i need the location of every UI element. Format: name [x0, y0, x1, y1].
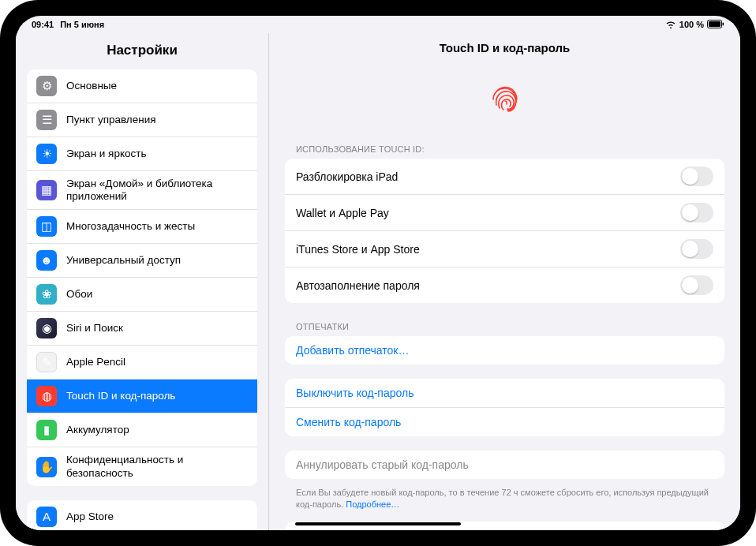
add-fingerprint-label: Добавить отпечаток… — [296, 344, 713, 357]
sidebar-item-label: Экран «Домой» и библиотека приложений — [66, 178, 248, 203]
sidebar-item-multitask[interactable]: ◫Многозадачность и жесты — [27, 210, 257, 244]
usage-toggle-label: iTunes Store и App Store — [296, 243, 680, 256]
turn-off-passcode-label: Выключить код-пароль — [296, 387, 713, 399]
sidebar-item-label: Touch ID и код-пароль — [66, 390, 248, 402]
svg-rect-2 — [723, 22, 724, 25]
multitask-icon: ◫ — [36, 216, 57, 237]
settings-sidebar: Настройки ⚙Основные☰Пункт управления☀Экр… — [16, 33, 268, 530]
toggle-switch[interactable] — [680, 275, 713, 295]
privacy-icon: ✋ — [36, 457, 57, 477]
sidebar-item-home-grid[interactable]: ▦Экран «Домой» и библиотека приложений — [27, 171, 257, 210]
ipad-frame: 09:41 Пн 5 июня 100 % Настройки ⚙Основны… — [0, 0, 756, 546]
sidebar-item-battery[interactable]: ▮Аккумулятор — [27, 413, 257, 447]
screen: 09:41 Пн 5 июня 100 % Настройки ⚙Основны… — [16, 16, 740, 530]
usage-toggle-row: Разблокировка iPad — [285, 159, 724, 195]
siri-icon: ◉ — [36, 318, 57, 338]
section-header-fingerprints: ОТПЕЧАТКИ — [285, 317, 724, 336]
expire-passcode-group: Аннулировать старый код-пароль — [285, 451, 724, 479]
sidebar-item-appstore[interactable]: AApp Store — [27, 500, 257, 530]
accessibility-icon: ☻ — [36, 250, 57, 271]
section-header-usage: ИСПОЛЬЗОВАНИЕ TOUCH ID: — [285, 140, 724, 159]
brightness-icon: ☀ — [36, 144, 57, 164]
learn-more-link[interactable]: Подробнее… — [346, 499, 399, 509]
sidebar-item-label: Конфиденциальность и безопасность — [66, 454, 248, 479]
sidebar-title: Настройки — [16, 38, 268, 69]
usage-toggle-row: iTunes Store и App Store — [285, 231, 724, 267]
sidebar-item-label: App Store — [66, 510, 248, 523]
fingerprints-group: Добавить отпечаток… — [285, 336, 724, 365]
change-passcode-button[interactable]: Сменить код-пароль — [285, 408, 724, 436]
expire-old-passcode-label: Аннулировать старый код-пароль — [296, 458, 713, 471]
sidebar-item-gear[interactable]: ⚙Основные — [27, 69, 257, 103]
sidebar-item-label: Универсальный доступ — [66, 254, 248, 267]
sidebar-item-label: Экран и яркость — [66, 148, 248, 160]
pencil-icon: ✎ — [36, 352, 57, 372]
expire-old-passcode-button[interactable]: Аннулировать старый код-пароль — [285, 451, 724, 479]
toggle-switch[interactable] — [680, 203, 713, 223]
usage-toggle-label: Автозаполнение пароля — [296, 279, 680, 292]
toggle-switch[interactable] — [680, 166, 713, 186]
chevron-right-icon: › — [709, 529, 713, 530]
gear-icon: ⚙ — [36, 76, 57, 96]
usage-toggle-label: Разблокировка iPad — [296, 170, 680, 183]
usage-toggle-row: Автозаполнение пароля — [285, 267, 724, 303]
fingerprint-icon — [487, 81, 523, 121]
wallpaper-icon: ❀ — [36, 284, 57, 305]
sidebar-item-accessibility[interactable]: ☻Универсальный доступ — [27, 244, 257, 278]
wifi-icon — [665, 20, 676, 30]
sidebar-item-privacy[interactable]: ✋Конфиденциальность и безопасность — [27, 447, 257, 485]
battery-icon — [707, 20, 724, 30]
sidebar-item-label: Пункт управления — [66, 114, 248, 126]
detail-title: Touch ID и код-пароль — [269, 33, 740, 67]
turn-off-passcode-button[interactable]: Выключить код-пароль — [285, 379, 724, 408]
sidebar-item-touchid[interactable]: ◍Touch ID и код-пароль — [27, 380, 257, 413]
sidebar-item-label: Обои — [66, 288, 248, 301]
sidebar-item-pencil[interactable]: ✎Apple Pencil — [27, 346, 257, 380]
detail-scroll[interactable]: ИСПОЛЬЗОВАНИЕ TOUCH ID: Разблокировка iP… — [269, 67, 740, 530]
sidebar-item-brightness[interactable]: ☀Экран и яркость — [27, 137, 257, 171]
sidebar-group-2: AApp Store▭Wallet и Apple Pay — [27, 500, 257, 530]
usage-toggle-row: Wallet и Apple Pay — [285, 195, 724, 231]
usage-toggle-label: Wallet и Apple Pay — [296, 207, 680, 219]
status-bar: 09:41 Пн 5 июня 100 % — [16, 16, 740, 33]
status-time: 09:41 — [32, 20, 54, 29]
change-passcode-label: Сменить код-пароль — [296, 416, 713, 428]
sidebar-item-label: Siri и Поиск — [66, 322, 248, 335]
sidebar-group-1: ⚙Основные☰Пункт управления☀Экран и яркос… — [27, 69, 257, 486]
add-fingerprint-button[interactable]: Добавить отпечаток… — [285, 336, 724, 365]
sidebar-item-wallpaper[interactable]: ❀Обои — [27, 278, 257, 312]
sidebar-scroll[interactable]: ⚙Основные☰Пункт управления☀Экран и яркос… — [16, 69, 268, 530]
sidebar-item-label: Основные — [66, 80, 248, 92]
svg-rect-1 — [709, 21, 720, 27]
sidebar-item-switches[interactable]: ☰Пункт управления — [27, 103, 257, 137]
usage-group: Разблокировка iPadWallet и Apple PayiTun… — [285, 159, 724, 303]
fingerprint-hero — [285, 67, 724, 140]
detail-pane: Touch ID и код-пароль — [268, 33, 740, 530]
home-indicator[interactable] — [295, 522, 461, 525]
sidebar-item-siri[interactable]: ◉Siri и Поиск — [27, 312, 257, 346]
sidebar-item-label: Apple Pencil — [66, 356, 248, 368]
sidebar-item-label: Многозадачность и жесты — [66, 220, 248, 233]
battery-icon: ▮ — [36, 420, 57, 440]
status-date: Пн 5 июня — [60, 20, 104, 29]
status-battery-text: 100 % — [679, 20, 704, 29]
switches-icon: ☰ — [36, 110, 57, 130]
passcode-actions-group: Выключить код-пароль Сменить код-пароль — [285, 379, 724, 436]
appstore-icon: A — [36, 507, 57, 527]
toggle-switch[interactable] — [680, 239, 713, 259]
expire-old-passcode-footer: Если Вы забудете новый код-пароль, то в … — [285, 482, 724, 522]
home-grid-icon: ▦ — [36, 180, 57, 200]
sidebar-item-label: Аккумулятор — [66, 424, 248, 436]
touchid-icon: ◍ — [36, 386, 57, 406]
